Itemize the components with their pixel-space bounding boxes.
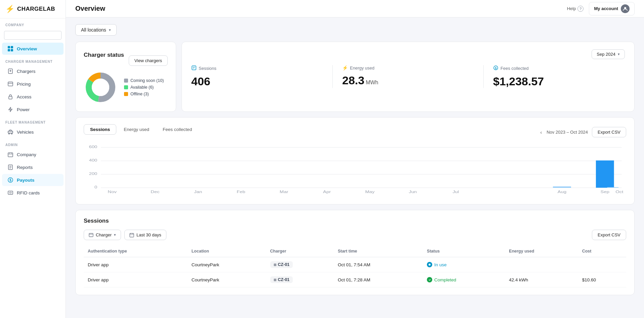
company-search-input[interactable] xyxy=(4,31,62,40)
sessions-value: 406 xyxy=(191,75,323,88)
row1-start-time: Oct 01, 7:54 AM xyxy=(334,257,423,272)
sidebar-item-vehicles[interactable]: Vehicles xyxy=(2,126,64,138)
sessions-table-wrap: Authentication type Location Charger Sta… xyxy=(84,246,626,287)
view-chargers-button[interactable]: View chargers xyxy=(129,55,168,66)
sidebar-item-overview[interactable]: Overview xyxy=(2,43,64,55)
status-in-use: In use xyxy=(427,262,501,267)
topbar: Overview Help ? My account xyxy=(66,0,644,17)
svg-text:600: 600 xyxy=(89,145,97,149)
col-start-time: Start time xyxy=(334,246,423,257)
charger-status-card: Charger status View chargers xyxy=(75,42,176,112)
chevron-down-icon: ▾ xyxy=(109,28,111,32)
svg-text:Jun: Jun xyxy=(409,190,417,194)
main-area: Overview Help ? My account All locations… xyxy=(66,0,644,318)
energy-label: ⚡ Energy used xyxy=(342,65,474,71)
svg-text:Dec: Dec xyxy=(151,190,160,194)
month-chevron-icon: ▾ xyxy=(618,52,620,56)
sidebar-item-pricing[interactable]: Pricing xyxy=(2,78,64,90)
month-dropdown[interactable]: Sep 2024 ▾ xyxy=(592,49,625,59)
donut-chart xyxy=(84,71,117,104)
sidebar-item-rfid[interactable]: RFID cards xyxy=(2,187,64,199)
col-energy: Energy used xyxy=(505,246,578,257)
sidebar-item-reports[interactable]: Reports xyxy=(2,161,64,173)
location-dropdown-label: All locations xyxy=(81,27,106,33)
avatar-icon xyxy=(621,4,630,13)
table-body: Driver app CourtneyPark ⊞ CZ-01 Oct 01, … xyxy=(84,257,626,287)
row1-location: CourtneyPark xyxy=(188,257,266,272)
sessions-stat: Sessions 406 xyxy=(191,65,323,88)
svg-rect-0 xyxy=(8,46,10,48)
svg-point-28 xyxy=(624,7,626,9)
svg-text:Apr: Apr xyxy=(323,190,331,194)
export-csv-button[interactable]: Export CSV xyxy=(592,127,626,137)
pricing-icon xyxy=(7,81,13,87)
energy-unit: MWh xyxy=(366,80,378,86)
row2-status: Completed xyxy=(423,272,505,287)
sessions-export-csv-button[interactable]: Export CSV xyxy=(592,230,626,240)
my-account-button[interactable]: My account xyxy=(589,2,635,15)
vehicles-icon xyxy=(7,129,13,135)
svg-rect-33 xyxy=(192,66,196,70)
date-filter-label: Last 30 days xyxy=(136,232,161,237)
location-dropdown[interactable]: All locations ▾ xyxy=(75,24,117,36)
chart-period-label: Nov 2023 – Oct 2024 xyxy=(547,130,588,135)
svg-text:Feb: Feb xyxy=(237,190,245,194)
donut-legend: Coming soon (10) Available (6) Offline (… xyxy=(124,78,164,96)
stats-grid: Sessions 406 ⚡ Energy used 28.3 xyxy=(191,65,625,88)
sidebar-item-access[interactable]: Access xyxy=(2,91,64,103)
row2-location: CourtneyPark xyxy=(188,272,266,287)
sessions-section-title: Sessions xyxy=(84,218,626,224)
svg-text:Sep: Sep xyxy=(601,190,609,194)
sidebar-company-label: Company xyxy=(17,152,36,157)
content: All locations ▾ Charger status View char… xyxy=(66,17,644,318)
sidebar-item-company[interactable]: Company xyxy=(2,148,64,161)
date-filter-dropdown[interactable]: Last 30 days xyxy=(124,230,166,240)
stats-header: Sep 2024 ▾ xyxy=(191,49,625,59)
svg-text:200: 200 xyxy=(89,172,97,176)
sidebar-rfid-label: RFID cards xyxy=(17,190,40,195)
charger-badge: ⊞ CZ-01 xyxy=(270,261,293,268)
calendar-icon xyxy=(129,233,134,237)
row2-start-time: Oct 01, 7:28 AM xyxy=(334,272,423,287)
chargers-icon xyxy=(7,68,13,74)
svg-text:Jan: Jan xyxy=(194,190,202,194)
legend-coming-soon: Coming soon (10) xyxy=(124,78,164,83)
energy-stat: ⚡ Energy used 28.3 MWh xyxy=(342,65,474,88)
svg-text:Nov: Nov xyxy=(108,190,117,194)
charger-filter-dropdown[interactable]: Charger ▾ xyxy=(84,230,121,240)
row1-cost xyxy=(578,257,626,272)
svg-rect-58 xyxy=(89,233,93,237)
svg-text:$: $ xyxy=(495,66,496,70)
chart-header: Sessions Energy used Fees collected ‹ No… xyxy=(84,124,626,140)
svg-text:Jul: Jul xyxy=(452,190,459,194)
tab-energy-used[interactable]: Energy used xyxy=(118,125,155,134)
tab-sessions[interactable]: Sessions xyxy=(84,124,116,135)
completed-icon xyxy=(427,277,432,282)
fleet-management-label: FLEET MANAGEMENT xyxy=(0,116,66,126)
col-cost: Cost xyxy=(578,246,626,257)
sessions-section: Sessions Charger ▾ Last 30 days Export C… xyxy=(75,210,635,295)
tab-fees-collected[interactable]: Fees collected xyxy=(157,125,198,134)
cards-row: Charger status View chargers xyxy=(75,42,635,112)
sessions-icon xyxy=(191,65,197,72)
sidebar-item-chargers[interactable]: Chargers xyxy=(2,65,64,77)
svg-rect-1 xyxy=(11,46,13,48)
charger-status-title: Charger status xyxy=(84,52,124,58)
charger-badge-icon: ⊞ xyxy=(274,263,276,267)
stats-card: Sep 2024 ▾ Sessions 406 xyxy=(182,42,635,112)
svg-rect-2 xyxy=(8,49,10,51)
svg-rect-3 xyxy=(11,49,13,51)
sidebar-item-power[interactable]: Power xyxy=(2,103,64,116)
in-use-icon xyxy=(427,262,432,267)
company-icon xyxy=(7,151,13,157)
sessions-filters: Charger ▾ Last 30 days Export CSV xyxy=(84,230,626,240)
chart-tabs: Sessions Energy used Fees collected xyxy=(84,124,198,135)
sidebar-item-payouts[interactable]: $ Payouts xyxy=(2,174,64,186)
chart-period: ‹ Nov 2023 – Oct 2024 xyxy=(538,129,588,136)
coming-soon-dot xyxy=(124,79,128,83)
svg-text:Oct: Oct xyxy=(615,190,623,194)
table-header: Authentication type Location Charger Sta… xyxy=(84,246,626,257)
chart-prev-button[interactable]: ‹ xyxy=(538,129,544,136)
help-button[interactable]: Help ? xyxy=(567,6,584,12)
col-auth-type: Authentication type xyxy=(84,246,188,257)
